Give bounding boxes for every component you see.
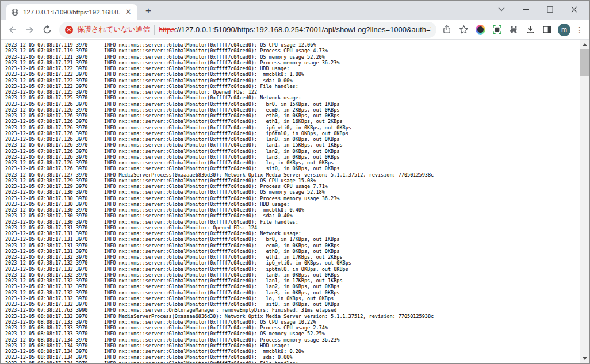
log-message: INFO nx::vms::server::GlobalMonitor(0xff… (104, 219, 580, 225)
scrollbar-track[interactable] (580, 49, 589, 354)
screenshot-extension-icon[interactable] (491, 24, 503, 36)
log-line: 2023-12-05 07:08:17.1223970INFO nx::vms:… (5, 71, 580, 77)
log-pid: 3970 (76, 89, 104, 95)
log-line: 2023-12-05 07:08:17.1263970INFO nx::vms:… (5, 125, 580, 131)
log-timestamp: 2023-12-05 07:38:17.132 (5, 290, 76, 296)
log-message: INFO MediaServerProcess(0xaaaae6836d30):… (104, 313, 580, 319)
log-message: INFO nx::vms::server::GlobalMonitor(0xff… (104, 337, 580, 343)
log-line: 2023-12-05 07:38:17.1323970INFO nx::vms:… (5, 283, 580, 289)
log-pid: 3970 (76, 313, 104, 319)
log-pid: 3970 (76, 219, 104, 225)
log-timestamp: 2023-12-05 07:08:17.126 (5, 136, 76, 142)
log-timestamp: 2023-12-05 07:38:17.132 (5, 272, 76, 278)
log-pid: 3970 (76, 160, 104, 166)
security-warning-label: 保護されていない通信 (77, 25, 150, 35)
window-controls (489, 1, 586, 18)
log-message: INFO nx::vms::server::GlobalMonitor(0xff… (104, 213, 580, 219)
log-timestamp: 2023-12-05 07:08:17.122 (5, 66, 76, 71)
log-pid: 3970 (76, 201, 104, 207)
log-message: INFO nx::vms::server::GlobalMonitor(0xff… (104, 343, 580, 348)
side-panel-icon[interactable] (541, 24, 553, 36)
log-pid: 3990 (76, 307, 104, 313)
chip-divider (154, 25, 155, 35)
forward-button[interactable] (22, 22, 37, 37)
reload-button[interactable] (40, 22, 55, 37)
log-line: 2023-12-05 07:38:17.1303970INFO nx::vms:… (5, 219, 580, 225)
new-tab-button[interactable]: + (141, 3, 156, 18)
log-message: INFO nx::vms::server::GlobalMonitor(0xff… (104, 196, 580, 201)
log-timestamp: 2023-12-05 07:08:17.126 (5, 101, 76, 107)
log-line: 2023-12-05 07:38:17.1323970INFO nx::vms:… (5, 278, 580, 283)
bookmark-star-icon[interactable] (458, 24, 469, 36)
not-secure-icon[interactable]: ✕ (65, 26, 73, 34)
titlebar: 127.0.0.1:51090/https:192.168.0... ✕ + (1, 1, 589, 20)
log-timestamp: 2023-12-05 07:38:17.132 (5, 260, 76, 266)
log-timestamp: 2023-12-05 08:08:17.133 (5, 319, 76, 325)
log-line: 2023-12-05 08:08:17.1343970INFO nx::vms:… (5, 348, 580, 354)
log-message: INFO nx::vms::server::GlobalMonitor(0xff… (104, 66, 580, 71)
scroll-down-button[interactable] (580, 354, 589, 363)
downloads-icon[interactable] (524, 24, 536, 36)
url-text[interactable]: https://127.0.0.1:51090/https:192.168.0.… (159, 25, 431, 34)
scroll-up-button[interactable] (580, 40, 589, 49)
log-pid: 3970 (76, 278, 104, 283)
log-line: 2023-12-05 07:08:17.1193970INFO nx::vms:… (5, 48, 580, 53)
log-message: INFO nx::vms::server::GlobalMonitor(0xff… (104, 160, 580, 166)
minimize-button[interactable] (514, 1, 538, 18)
tab-title: 127.0.0.1:51090/https:192.168.0... (23, 9, 120, 16)
log-timestamp: 2023-12-05 07:08:17.126 (5, 154, 76, 160)
log-pid: 3970 (76, 260, 104, 266)
log-timestamp: 2023-12-05 07:38:17.129 (5, 178, 76, 183)
color-wheel-extension-icon[interactable] (474, 24, 486, 36)
log-message: INFO nx::vms::server::GlobalMonitor(0xff… (104, 236, 580, 242)
tab-search-chevron-icon[interactable] (489, 1, 514, 18)
log-timestamp: 2023-12-05 07:38:17.130 (5, 196, 76, 201)
log-timestamp: 2023-12-05 07:38:17.130 (5, 189, 76, 195)
log-pid: 3970 (76, 266, 104, 272)
log-line: 2023-12-05 07:08:17.1213970INFO nx::vms:… (5, 60, 580, 66)
log-timestamp: 2023-12-05 07:38:17.131 (5, 248, 76, 254)
log-pid: 3970 (76, 196, 104, 201)
profile-avatar[interactable]: m (558, 24, 570, 36)
log-line: 2023-12-05 07:38:17.1313970INFO nx::vms:… (5, 236, 580, 242)
log-timestamp: 2023-12-05 08:08:17.134 (5, 348, 76, 354)
share-icon[interactable] (441, 24, 453, 36)
log-timestamp: 2023-12-05 07:08:17.126 (5, 148, 76, 154)
browser-tab[interactable]: 127.0.0.1:51090/https:192.168.0... ✕ (6, 4, 137, 20)
log-line: 2023-12-05 07:08:17.1213970INFO nx::vms:… (5, 54, 580, 60)
log-line: 2023-12-05 08:08:17.1333970INFO nx::vms:… (5, 331, 580, 336)
log-timestamp: 2023-12-05 07:38:17.131 (5, 243, 76, 248)
extensions-puzzle-icon[interactable] (508, 24, 519, 36)
maximize-button[interactable] (538, 1, 562, 18)
log-timestamp: 2023-12-05 07:08:17.126 (5, 131, 76, 136)
log-message: INFO nx::vms::server::GlobalMonitor(0xff… (104, 48, 580, 53)
log-message: INFO nx::vms::server::GlobalMonitor(0xff… (104, 107, 580, 113)
log-timestamp: 2023-12-05 08:08:17.134 (5, 337, 76, 343)
log-message: INFO nx::vms::server::GlobalMonitor(0xff… (104, 113, 580, 118)
scrollbar[interactable] (580, 40, 589, 363)
close-window-button[interactable] (562, 1, 586, 18)
log-pid: 3970 (76, 60, 104, 66)
log-line: 2023-12-05 07:38:17.1323970INFO nx::vms:… (5, 260, 580, 266)
log-timestamp: 2023-12-05 07:38:17.132 (5, 266, 76, 272)
log-line: 2023-12-05 07:08:17.1263970INFO nx::vms:… (5, 101, 580, 107)
back-button[interactable] (5, 22, 20, 37)
address-bar[interactable]: ✕ 保護されていない通信 https://127.0.0.1:51090/htt… (59, 22, 436, 38)
log-message: INFO nx::vms::server::GlobalMonitor(0xff… (104, 243, 580, 248)
log-timestamp: 2023-12-05 07:08:17.126 (5, 113, 76, 118)
tab-close-icon[interactable]: ✕ (124, 7, 133, 17)
log-message: INFO nx::vms::server::GlobalMonitor(0xff… (104, 125, 580, 131)
log-line: 2023-12-05 07:08:17.1253970INFO nx::vms:… (5, 89, 580, 95)
log-message: INFO nx::vms::server::GlobalMonitor(0xff… (104, 118, 580, 124)
scrollbar-thumb[interactable] (580, 49, 589, 76)
log-message: INFO nx::vms::server::GlobalMonitor(0xff… (104, 83, 580, 89)
log-line: 2023-12-05 07:38:17.1303970INFO nx::vms:… (5, 213, 580, 219)
log-pid: 3970 (76, 71, 104, 77)
log-timestamp: 2023-12-05 07:38:21.763 (5, 307, 76, 313)
log-pid: 3970 (76, 78, 104, 83)
browser-menu-icon[interactable]: ⋮ (576, 25, 584, 35)
log-message: INFO nx::vms::server::GlobalMonitor(0xff… (104, 95, 580, 101)
log-line: 2023-12-05 07:38:17.1293970INFO nx::vms:… (5, 183, 580, 189)
log-message: INFO nx::vms::server::GlobalMonitor(0xff… (104, 166, 580, 171)
log-pid: 3970 (76, 101, 104, 107)
